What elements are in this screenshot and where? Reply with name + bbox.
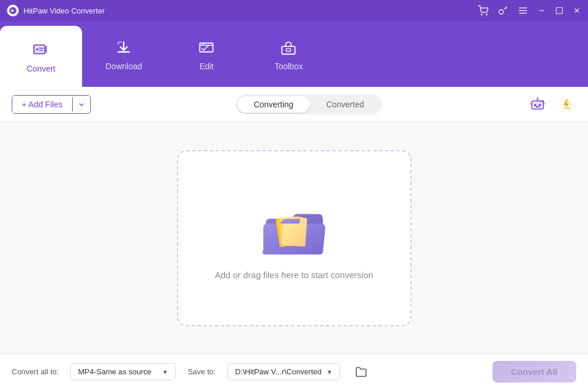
minimize-button[interactable] — [538, 6, 546, 15]
nav-edit-label: Edit — [199, 62, 213, 71]
key-icon[interactable] — [498, 5, 508, 16]
nav-item-download[interactable]: Download — [82, 21, 165, 87]
svg-rect-22 — [536, 106, 539, 107]
edit-nav-icon — [196, 37, 217, 58]
nav-item-toolbox[interactable]: Toolbox — [247, 21, 329, 87]
cart-icon[interactable] — [478, 5, 488, 16]
save-path-chevron-icon: ▼ — [327, 368, 333, 376]
svg-point-1 — [481, 14, 482, 15]
title-bar: HitPaw Video Converter — [0, 0, 588, 21]
toolbar-right: on on — [527, 94, 576, 115]
tab-toggle: Converting Converted — [236, 94, 382, 114]
nav-toolbox-label: Toolbox — [274, 62, 303, 71]
nav-bar: Convert Download Edit — [0, 21, 588, 87]
drop-zone-text: Add or drag files here to start conversi… — [215, 270, 373, 280]
maximize-button[interactable] — [555, 6, 563, 15]
lightning-icon-button[interactable]: on — [555, 94, 576, 115]
folder-browse-button[interactable] — [352, 363, 371, 381]
menu-icon[interactable] — [518, 5, 528, 16]
save-path-value: D:\HitPaw V...r\Converted — [235, 367, 322, 376]
toolbox-nav-icon — [278, 37, 299, 58]
svg-text:on: on — [566, 106, 571, 110]
format-select[interactable]: MP4-Same as source ▼ — [70, 363, 176, 380]
close-button[interactable] — [573, 6, 581, 15]
svg-rect-8 — [556, 8, 563, 14]
svg-point-21 — [539, 104, 541, 106]
save-path-select[interactable]: D:\HitPaw V...r\Converted ▼ — [227, 363, 341, 380]
svg-point-20 — [534, 104, 536, 106]
add-files-main[interactable]: + Add Files — [12, 96, 72, 113]
app-title: HitPaw Video Converter — [23, 6, 105, 15]
format-chevron-icon: ▼ — [162, 368, 168, 376]
svg-point-3 — [499, 10, 504, 15]
save-to-label: Save to: — [188, 367, 216, 376]
tab-converting[interactable]: Converting — [237, 96, 310, 113]
svg-point-2 — [486, 14, 487, 15]
title-bar-right — [478, 5, 581, 16]
bottom-bar: Convert all to: MP4-Same as source ▼ Sav… — [0, 354, 588, 389]
add-files-label: + Add Files — [22, 100, 63, 109]
svg-rect-17 — [282, 46, 295, 54]
title-bar-left: HitPaw Video Converter — [7, 5, 105, 16]
add-files-dropdown[interactable] — [72, 97, 90, 111]
svg-rect-11 — [34, 45, 45, 54]
convert-all-button[interactable]: Convert All — [492, 361, 576, 383]
svg-rect-18 — [287, 49, 291, 52]
folder-illustration — [256, 196, 332, 261]
svg-point-15 — [202, 43, 203, 45]
format-value: MP4-Same as source — [78, 367, 157, 376]
robot-icon-button[interactable]: on — [527, 94, 548, 115]
main-content: Add or drag files here to start conversi… — [0, 122, 588, 354]
svg-text:on: on — [540, 99, 545, 103]
svg-point-23 — [536, 97, 538, 99]
nav-convert-label: Convert — [26, 64, 55, 73]
convert-all-to-label: Convert all to: — [12, 367, 59, 376]
nav-item-edit[interactable]: Edit — [165, 21, 247, 87]
convert-nav-icon — [30, 39, 52, 60]
add-files-button[interactable]: + Add Files — [12, 95, 91, 114]
app-logo — [7, 5, 19, 16]
nav-item-convert[interactable]: Convert — [0, 26, 82, 87]
svg-point-13 — [36, 48, 39, 50]
drop-zone[interactable]: Add or drag files here to start conversi… — [177, 150, 412, 326]
nav-download-label: Download — [106, 62, 142, 71]
svg-point-16 — [204, 43, 205, 45]
toolbar: + Add Files Converting Converted — [0, 87, 588, 122]
download-nav-icon — [113, 37, 134, 58]
tab-converted[interactable]: Converted — [310, 96, 380, 113]
